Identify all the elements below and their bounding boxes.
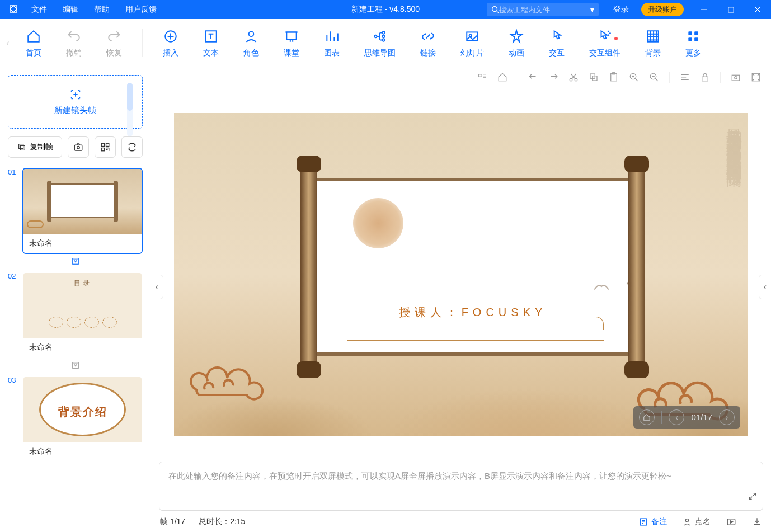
zoom-in-icon[interactable] [629,72,639,82]
search-dropdown-icon[interactable]: ▾ [590,5,594,14]
slide-thumb-3[interactable]: 背景介绍 未命名 [22,376,143,462]
expand-notes-icon[interactable] [748,491,757,505]
transition-marker-icon[interactable] [8,361,143,371]
svg-rect-20 [74,145,82,150]
menu-help[interactable]: 帮助 [86,4,117,15]
transition-marker-icon[interactable] [8,257,143,267]
align-tool-icon[interactable] [680,72,690,82]
qr-button[interactable] [95,136,116,158]
cut-tool-icon[interactable] [568,72,579,82]
duration-indicator: 总时长：2:15 [199,517,245,527]
slide-thumb-2[interactable]: 目录 未命名 [22,272,143,358]
slide-canvas[interactable]: 風花雪月詩酒茶琴棋書畫山水雲煙墨染千秋筆寫春秋江山如畫錦繡河山清風明月松竹梅蘭 … [174,113,748,436]
camera-button[interactable] [68,136,89,158]
svg-rect-2 [728,7,733,12]
bird-icon [594,276,609,294]
home-tool-icon[interactable] [497,72,507,82]
svg-rect-17 [694,37,698,41]
menu-file[interactable]: 文件 [23,4,55,15]
toolbar-text[interactable]: 文本 [191,28,231,58]
status-rollcall-button[interactable]: 点名 [683,517,711,527]
zoom-out-icon[interactable] [649,72,659,82]
nav-next-button[interactable]: › [719,409,735,425]
maximize-button[interactable] [717,0,744,19]
camera-icon [73,142,83,152]
svg-point-5 [249,31,254,36]
svg-point-38 [735,76,737,79]
menu-feedback[interactable]: 用户反馈 [117,4,164,15]
upgrade-button[interactable]: 升级账户 [641,3,684,16]
window-title: 新建工程 - v4.8.500 [351,4,420,15]
status-bar: 帧 1/17 总时长：2:15 备注 点名 [151,511,771,532]
redo-tool-icon[interactable] [548,72,558,82]
svg-point-9 [382,35,384,37]
notes-area[interactable]: 在此处输入您的备注内容，在预览时开启双屏模式，可以实现A屏全屏播放演示内容，B屏… [159,462,763,511]
search-input[interactable] [499,6,589,14]
nav-prev-button[interactable]: ‹ [669,409,684,425]
svg-rect-22 [101,143,104,146]
close-button[interactable] [744,0,771,19]
toolbar-component[interactable]: 交互组件 [577,28,633,58]
toolbar-animate[interactable]: 动画 [496,28,537,58]
new-frame-button[interactable]: 新建镜头帧 [8,75,143,129]
title-bar: 文件 编辑 帮助 用户反馈 新建工程 - v4.8.500 ▾ 登录 升级账户 [0,0,771,19]
toolbar-chart[interactable]: 图表 [312,28,352,58]
svg-rect-36 [702,77,708,81]
undo-tool-icon[interactable] [528,72,538,82]
toolbar-insert[interactable]: 插入 [151,28,191,58]
collapse-side-button[interactable]: ‹ [151,275,163,299]
login-link[interactable]: 登录 [605,4,637,15]
person-icon [683,517,692,526]
svg-rect-18 [18,144,23,149]
cloud-graphic [185,356,264,403]
side-scrollbar[interactable] [127,83,133,136]
lock-tool-icon[interactable] [700,72,710,82]
toolbar-interact[interactable]: 交互 [537,28,577,58]
copy-frame-button[interactable]: 复制帧 [8,136,62,158]
canvas-toolbar [151,67,771,87]
toolbar-class[interactable]: 课堂 [271,28,312,58]
loop-icon [127,142,137,152]
collapse-right-button[interactable]: ‹ [759,275,771,299]
status-export-button[interactable] [752,517,762,527]
toolbar-link[interactable]: 链接 [408,28,448,58]
svg-rect-0 [10,6,17,12]
toolbar-redo[interactable]: 恢复 [94,28,134,58]
loop-button[interactable] [121,136,143,158]
note-icon [639,517,648,526]
slide-thumb-1[interactable]: 未命名 [22,168,143,254]
frame-tool-icon[interactable] [477,72,487,82]
toolbar-bg[interactable]: 背景 [633,28,673,58]
status-play-button[interactable] [726,517,736,527]
toolbar-mindmap[interactable]: 思维导图 [352,28,408,58]
slide-panel: 新建镜头帧 复制帧 01 未命名 02 目录 [0,67,151,532]
toolbar-role[interactable]: 角色 [231,28,271,58]
toolbar-undo[interactable]: 撤销 [54,28,94,58]
svg-rect-19 [20,145,25,150]
copy-tool-icon[interactable] [589,72,599,82]
slide-nav-overlay: ‹ 01/17 › [633,406,740,429]
snapshot-tool-icon[interactable] [731,72,741,82]
toolbar-slide[interactable]: 幻灯片 [448,28,496,58]
search-icon [491,6,499,13]
toolbar-collapse-left[interactable]: ‹ [2,32,13,54]
paste-tool-icon[interactable] [609,72,619,82]
scroll-graphic: 授课人：FOCUSKY [294,163,652,370]
svg-rect-15 [694,31,698,35]
menu-edit[interactable]: 编辑 [55,4,86,15]
svg-rect-14 [688,31,692,35]
copy-icon [17,143,26,152]
toolbar-more[interactable]: 更多 [673,28,713,58]
nav-home-button[interactable] [639,409,655,425]
fit-tool-icon[interactable] [751,72,761,82]
svg-rect-23 [106,143,109,146]
minimize-button[interactable] [690,0,717,19]
status-notes-button[interactable]: 备注 [639,517,667,527]
export-icon [752,517,762,527]
slide-number: 03 [8,376,18,462]
main-area: 新建镜头帧 复制帧 01 未命名 02 目录 [0,67,771,532]
plus-icon [69,88,82,101]
svg-rect-24 [101,148,104,151]
toolbar-home[interactable]: 首页 [13,28,54,58]
search-box[interactable]: ▾ [487,3,599,16]
